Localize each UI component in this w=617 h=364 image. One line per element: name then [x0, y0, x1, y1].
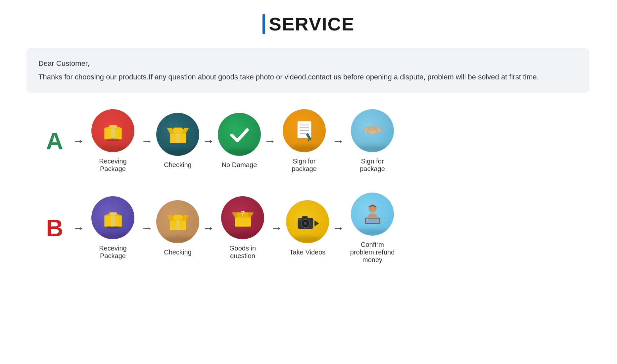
- letter-b: B: [40, 214, 70, 242]
- step-a1: Receving Package: [88, 109, 138, 173]
- step-a2-circle: [156, 113, 199, 156]
- step-b3: ? Goods in question: [218, 196, 267, 260]
- step-b3-circle: ?: [221, 196, 264, 239]
- svg-rect-33: [176, 220, 179, 230]
- svg-marker-37: [248, 212, 254, 217]
- svg-rect-34: [235, 217, 251, 226]
- arrow-a1: →: [141, 134, 153, 148]
- arrow-b4: →: [332, 221, 344, 235]
- flow-section-a: A →: [26, 109, 591, 173]
- step-a4: Sign for package: [279, 109, 329, 173]
- package-icon-a: [101, 118, 125, 143]
- title-row: SERVICE: [26, 13, 591, 35]
- step-b5: Confirm problem,refund money: [348, 193, 397, 264]
- flow-row-a: A →: [26, 109, 591, 173]
- svg-marker-46: [314, 220, 319, 227]
- step-b1-circle: [91, 196, 134, 239]
- arrow-b2: →: [203, 221, 214, 235]
- step-a3-label: No Damage: [222, 161, 257, 169]
- step-a1-circle: [91, 109, 134, 152]
- step-b4-label: Take Videos: [290, 249, 326, 256]
- arrow-a2: →: [203, 134, 214, 148]
- info-box: Dear Customer, Thanks for choosing our p…: [26, 48, 589, 93]
- svg-marker-36: [232, 212, 237, 217]
- arrow-b0: →: [73, 221, 85, 235]
- step-b3-label: Goods in question: [218, 245, 267, 260]
- step-a1-label: Receving Package: [88, 158, 138, 173]
- step-b2-label: Checking: [164, 249, 191, 256]
- svg-rect-25: [111, 212, 115, 226]
- arrow-a0: →: [73, 134, 85, 148]
- person-laptop-icon: [360, 202, 385, 226]
- sign-icon-a4: [292, 118, 317, 143]
- title-bar: [262, 14, 265, 34]
- step-a5: Sign for package: [348, 109, 397, 173]
- step-b2: Checking: [156, 200, 199, 256]
- step-a5-label: Sign for package: [348, 158, 397, 173]
- checking-icon-b: [166, 209, 190, 234]
- step-b5-circle: [351, 193, 394, 236]
- step-b4-circle: [286, 200, 329, 243]
- question-box-icon: ?: [230, 205, 255, 230]
- step-a4-circle: [283, 109, 326, 152]
- svg-rect-45: [298, 218, 301, 220]
- camera-icon: [295, 209, 320, 234]
- step-b1: Receving Package: [88, 196, 138, 260]
- info-message: Thanks for choosing our products.If any …: [38, 71, 577, 83]
- checking-icon-a: [166, 122, 190, 147]
- checkmark-icon: [227, 122, 252, 147]
- svg-text:?: ?: [241, 209, 245, 217]
- svg-rect-12: [176, 133, 179, 143]
- step-b5-label: Confirm problem,refund money: [348, 241, 397, 264]
- step-a5-circle: [351, 109, 394, 152]
- letter-a: A: [40, 127, 70, 155]
- arrow-a4: →: [332, 134, 344, 148]
- step-a3: No Damage: [218, 113, 261, 169]
- step-b1-label: Receving Package: [88, 245, 138, 260]
- step-a2-label: Checking: [164, 161, 191, 169]
- flow-section-b: B → Receving Package →: [26, 193, 591, 264]
- arrow-a3: →: [264, 134, 276, 148]
- handshake-icon: [360, 118, 385, 143]
- svg-rect-44: [302, 216, 308, 219]
- svg-rect-49: [365, 219, 379, 223]
- package-icon-b: [101, 205, 125, 230]
- flow-row-b: B → Receving Package →: [26, 193, 591, 264]
- svg-rect-4: [111, 125, 115, 139]
- step-b2-circle: [156, 200, 199, 243]
- step-a2: Checking: [156, 113, 199, 169]
- svg-point-26: [106, 226, 119, 229]
- svg-point-43: [304, 222, 305, 223]
- arrow-b3: →: [271, 221, 283, 235]
- svg-point-5: [106, 138, 119, 141]
- step-a3-circle: [218, 113, 261, 156]
- arrow-b1: →: [141, 221, 153, 235]
- step-a4-label: Sign for package: [279, 158, 329, 173]
- info-greeting: Dear Customer,: [38, 57, 577, 69]
- page-title: SERVICE: [269, 13, 355, 35]
- step-b4: Take Videos: [286, 200, 329, 256]
- page-wrapper: SERVICE Dear Customer, Thanks for choosi…: [0, 0, 617, 364]
